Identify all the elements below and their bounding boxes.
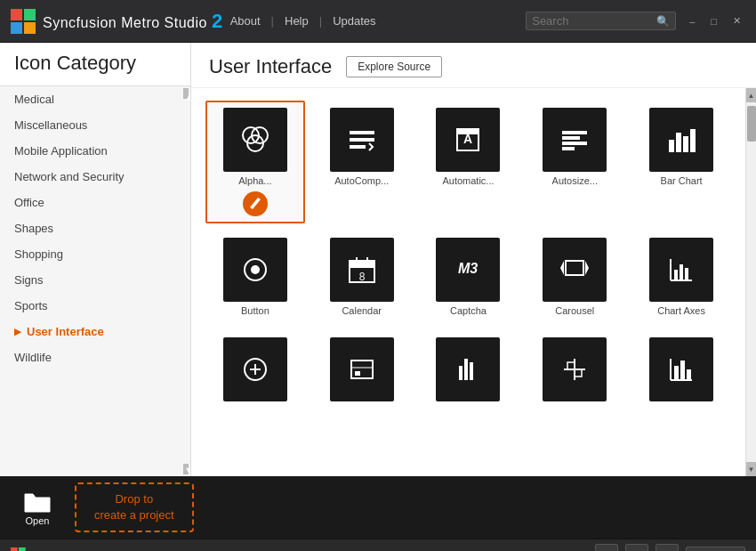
icon-label-chart-axes: Chart Axes [657, 305, 705, 316]
drop-zone[interactable]: Drop tocreate a project [75, 482, 194, 532]
facebook-icon[interactable]: f [595, 544, 618, 552]
search-input[interactable] [532, 14, 656, 28]
sidebar-item-miscellaneous[interactable]: Miscellaneous [0, 112, 190, 138]
maximize-button[interactable]: □ [706, 14, 721, 28]
close-button[interactable]: ✕ [728, 13, 745, 28]
footer: Syncfusion | The Leader in .NET Componen… [0, 539, 756, 551]
sidebar-item-office[interactable]: Office [0, 190, 190, 215]
svg-rect-45 [459, 366, 462, 380]
icon-item-carousel[interactable]: Carousel [525, 231, 624, 323]
icon-item-alpha[interactable]: Alpha... [205, 101, 305, 223]
icon-label-autosize: Autosize... [552, 175, 598, 186]
icon-box-11 [223, 337, 287, 401]
svg-marker-30 [560, 261, 564, 275]
sidebar-scroll-down[interactable]: ▼ [183, 464, 189, 474]
sidebar: Icon Category ▲ Medical Miscellaneous Mo… [0, 43, 191, 476]
sidebar-item-network-and-security[interactable]: Network and Security [0, 164, 190, 190]
app-title: Syncfusion Metro Studio 2 [43, 10, 223, 33]
sidebar-item-label: Shopping [14, 247, 63, 261]
linkedin-icon[interactable]: in [655, 544, 679, 552]
icon-item-13[interactable] [419, 330, 519, 412]
feedback-button[interactable]: feedback [686, 547, 745, 552]
icon-label-button: Button [241, 305, 269, 316]
icon-box-autosize [543, 108, 607, 172]
content-scrollbar: ▲ ▼ [745, 88, 756, 476]
svg-rect-49 [575, 369, 582, 377]
icon-box-automatic: A [436, 108, 500, 172]
sidebar-item-label: Miscellaneous [14, 118, 87, 132]
help-link[interactable]: Help [277, 14, 316, 28]
sidebar-item-label: User Interface [27, 325, 104, 338]
svg-rect-54 [687, 369, 691, 380]
svg-rect-40 [351, 361, 373, 378]
scroll-down-arrow[interactable]: ▼ [746, 462, 757, 476]
icon-item-autosize[interactable]: Autosize... [525, 101, 624, 223]
sidebar-item-signs[interactable]: Signs [0, 267, 190, 293]
icon-box-12 [330, 337, 394, 401]
icons-grid: Alpha... AutoComp.. [191, 88, 745, 476]
icon-label-captcha: Captcha [450, 305, 487, 316]
icon-label-calendar: Calendar [342, 305, 382, 316]
scroll-up-arrow[interactable]: ▲ [746, 88, 757, 102]
sidebar-item-sports[interactable]: Sports [0, 293, 190, 319]
sidebar-item-label: Wildlife [14, 351, 52, 364]
svg-rect-55 [11, 547, 18, 552]
updates-link[interactable]: Updates [326, 14, 382, 28]
icon-box-chart-axes [649, 238, 713, 302]
drop-zone-text: Drop tocreate a project [94, 492, 174, 522]
svg-rect-17 [669, 140, 674, 152]
icon-item-autocomp[interactable]: AutoComp... [312, 101, 412, 223]
open-button[interactable]: Open [14, 483, 60, 531]
svg-rect-36 [685, 268, 688, 280]
svg-rect-48 [567, 362, 575, 369]
sidebar-item-shopping[interactable]: Shopping [0, 241, 190, 267]
titlebar: Syncfusion Metro Studio 2 About | Help |… [0, 0, 756, 43]
sidebar-item-wildlife[interactable]: Wildlife [0, 344, 190, 370]
sidebar-item-shapes[interactable]: Shapes [0, 215, 190, 241]
sidebar-item-user-interface[interactable]: ▶ User Interface [0, 319, 190, 344]
icon-box-15 [649, 337, 713, 401]
explore-source-button[interactable]: Explore Source [346, 56, 442, 77]
scroll-thumb[interactable] [747, 106, 756, 142]
footer-brand: Syncfusion | The Leader in .NET Componen… [11, 547, 254, 552]
svg-marker-31 [585, 261, 589, 275]
sidebar-item-mobile-application[interactable]: Mobile Application [0, 138, 190, 164]
svg-rect-0 [11, 9, 22, 20]
svg-rect-35 [680, 264, 683, 280]
icon-label-automatic: Automatic... [442, 175, 494, 186]
svg-rect-29 [566, 261, 583, 275]
icon-item-automatic[interactable]: A Automatic... [419, 101, 519, 223]
icon-item-12[interactable] [312, 330, 412, 412]
svg-rect-3 [24, 22, 36, 34]
svg-text:8: 8 [358, 271, 365, 283]
minimize-button[interactable]: – [685, 14, 699, 28]
icon-item-captcha[interactable]: M3 Captcha [419, 231, 519, 323]
sidebar-item-label: Mobile Application [14, 144, 108, 158]
icon-item-14[interactable] [525, 330, 624, 412]
footer-social: f t in feedback [595, 544, 745, 552]
twitter-icon[interactable]: t [625, 544, 648, 552]
icon-item-calendar[interactable]: 8 Calendar [312, 231, 412, 323]
icon-item-button[interactable]: Button [205, 231, 305, 323]
sidebar-item-label: Medical [14, 93, 54, 106]
icon-edit-button[interactable] [243, 191, 268, 216]
icon-box-calendar: 8 [330, 238, 394, 302]
sidebar-scroll-up[interactable]: ▲ [183, 88, 189, 99]
svg-rect-9 [350, 145, 366, 149]
content-header: User Interface Explore Source [191, 43, 756, 88]
icon-label-carousel: Carousel [555, 305, 594, 316]
window-controls: – □ ✕ [685, 13, 745, 28]
footer-logo-icon [11, 547, 27, 552]
svg-rect-8 [350, 138, 374, 142]
main-area: Icon Category ▲ Medical Miscellaneous Mo… [0, 43, 756, 476]
sidebar-item-medical[interactable]: Medical [0, 86, 190, 112]
icon-item-chart-axes[interactable]: Chart Axes [631, 231, 731, 323]
icon-item-15[interactable] [631, 330, 731, 412]
icon-box-14 [543, 337, 607, 401]
about-link[interactable]: About [223, 14, 268, 28]
icon-item-11[interactable] [205, 330, 305, 412]
sidebar-item-label: Shapes [14, 222, 53, 235]
sidebar-item-label: Network and Security [14, 170, 125, 183]
svg-rect-20 [690, 129, 696, 152]
icon-item-bar-chart[interactable]: Bar Chart [631, 101, 731, 223]
